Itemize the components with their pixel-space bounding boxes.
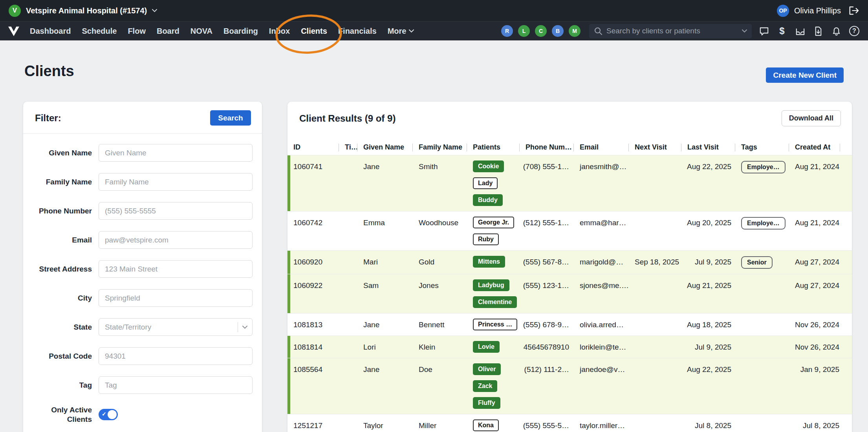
chat-icon[interactable] [756,24,771,38]
nav-item-flow[interactable]: Flow [122,22,151,41]
user-menu[interactable]: OP Olivia Phillips [777,5,859,17]
patient-pill-zack[interactable]: Zack [473,380,497,392]
filter-field-phone-number: Phone Number [33,202,253,220]
global-search-input[interactable] [606,27,738,35]
patient-pill-george-jr[interactable]: George Jr. [473,217,514,228]
cell-next-visit: Sep 18, 2025 [629,256,681,269]
nav-item-boarding[interactable]: Boarding [218,22,264,41]
filter-input-tag[interactable] [99,376,253,394]
column-header-title[interactable]: Ti… [339,143,357,151]
column-header-next[interactable]: Next Visit [629,143,681,151]
column-header-last[interactable]: Last Visit [681,143,735,151]
global-search[interactable] [589,24,752,38]
filter-input-given-name[interactable] [99,144,253,162]
nav-item-dashboard[interactable]: Dashboard [24,22,76,41]
client-row-1085564[interactable]: 1085564JaneDoeOliverZackFluffy(512) 111-… [288,358,852,414]
bell-icon[interactable] [829,24,844,38]
column-header-family[interactable]: Family Name [413,143,467,151]
patient-pill-ladybug[interactable]: Ladybug [473,279,509,291]
download-all-button[interactable]: Download All [782,110,841,126]
user-avatar: OP [777,5,789,17]
filter-field-label: Given Name [33,148,92,158]
patient-pill-fluffy[interactable]: Fluffy [473,397,500,409]
column-header-patients[interactable]: Patients [467,143,520,151]
help-icon[interactable]: ? [847,24,862,38]
nav-item-inbox[interactable]: Inbox [264,22,295,41]
patient-pill-cookie[interactable]: Cookie [473,160,504,172]
results-table-header: IDTi…Given NameFamily NamePatientsPhone … [288,140,852,155]
team-avatar-m[interactable]: M [569,25,580,37]
nav-item-schedule[interactable]: Schedule [76,22,122,41]
team-avatar-b[interactable]: B [552,25,564,37]
cell-created-at: Jan 9, 2025 [789,363,852,409]
filter-input-phone-number[interactable] [99,202,253,220]
client-row-1060742[interactable]: 1060742EmmaWoodhouseGeorge Jr.Ruby(512) … [288,211,852,250]
filter-input-family-name[interactable] [99,173,253,191]
filter-input-email[interactable] [99,231,253,249]
client-row-1060741[interactable]: 1060741JaneSmithCookieLadyBuddy(708) 555… [288,155,852,211]
column-header-tags[interactable]: Tags [735,143,789,151]
column-header-email[interactable]: Email [574,143,629,151]
client-row-1060922[interactable]: 1060922SamJonesLadybugClementine(555) 12… [288,274,852,313]
cell-family-name: Woodhouse [413,217,467,245]
cell-phone: (512) 555-1… [520,217,574,245]
patient-pill-oliver[interactable]: Oliver [473,363,501,375]
team-avatar-c[interactable]: C [535,25,547,37]
column-header-given[interactable]: Given Name [357,143,413,151]
select-divider [238,322,238,332]
nav-item-more[interactable]: More [382,22,420,41]
nav-item-financials[interactable]: Financials [333,22,382,41]
filter-input-city[interactable] [99,289,253,307]
patient-pill-kona[interactable]: Kona [473,419,499,431]
cell-tags: Employe… [735,217,789,245]
team-avatar-r[interactable]: R [501,25,513,37]
check-icon: ✓ [102,411,106,417]
cell-phone: (555) 555-5… [520,419,574,431]
client-row-1251217[interactable]: 1251217TaylorMillerKona(555) 555-5…taylo… [288,414,852,432]
create-new-client-button[interactable]: Create New Client [766,67,844,83]
cell-phone: 45645678910 [520,341,574,353]
logout-icon[interactable] [848,5,859,16]
billing-icon[interactable]: $ [775,24,789,38]
patient-pill-lovie[interactable]: Lovie [473,341,500,353]
filter-search-button[interactable]: Search [210,110,251,126]
patient-pill-ruby[interactable]: Ruby [473,233,499,245]
nav-item-clients[interactable]: Clients [295,22,333,41]
cell-created-at: Aug 27, 2024 [789,279,852,308]
filter-header: Filter: Search [23,102,262,134]
cell-id: 1081814 [288,341,339,353]
org-selector[interactable]: V Vetspire Animal Hospital (#1574) [9,5,157,17]
column-header-id[interactable]: ID [288,143,339,151]
cell-family-name: Miller [413,419,467,431]
vetspire-logo-icon[interactable] [8,26,20,36]
nav-item-nova[interactable]: NOVA [185,22,218,41]
only-active-clients-toggle[interactable]: ✓ [99,409,118,420]
inbox-tray-icon[interactable] [793,24,808,38]
filter-field-email: Email [33,231,253,249]
filter-field-only-active-clients: Only Active Clients✓ [33,405,253,424]
filter-input-postal-code[interactable] [99,347,253,365]
client-row-1081814[interactable]: 1081814LoriKleinLovie45645678910loriklei… [288,335,852,358]
document-download-icon[interactable] [811,24,826,38]
results-header: Client Results (9 of 9) Download All [288,102,852,134]
client-row-1081813[interactable]: 1081813JaneBennettPrincess …(555) 678-9…… [288,313,852,335]
nav-item-board[interactable]: Board [151,22,185,41]
user-name: Olivia Phillips [794,6,841,15]
patient-pill-buddy[interactable]: Buddy [473,194,503,206]
filter-input-street-address[interactable] [99,260,253,278]
patient-pill-clementine[interactable]: Clementine [473,296,517,308]
tag-pill-senior: Senior [741,256,773,269]
client-row-1060920[interactable]: 1060920MariGoldMittens(555) 567-8…marigo… [288,250,852,274]
cell-next-visit [629,217,681,245]
patient-pill-princess[interactable]: Princess … [473,319,517,330]
cell-id: 1060922 [288,279,339,308]
column-header-phone[interactable]: Phone Num… [520,143,574,151]
cell-id: 1060742 [288,217,339,245]
patient-pill-mittens[interactable]: Mittens [473,256,505,268]
column-header-created[interactable]: Created At [789,143,852,151]
filter-select-state[interactable]: State/Territory [99,318,253,336]
team-avatar-l[interactable]: L [518,25,530,37]
patient-pill-lady[interactable]: Lady [473,177,498,189]
filter-title: Filter: [35,113,61,124]
chevron-down-icon[interactable] [742,29,747,33]
